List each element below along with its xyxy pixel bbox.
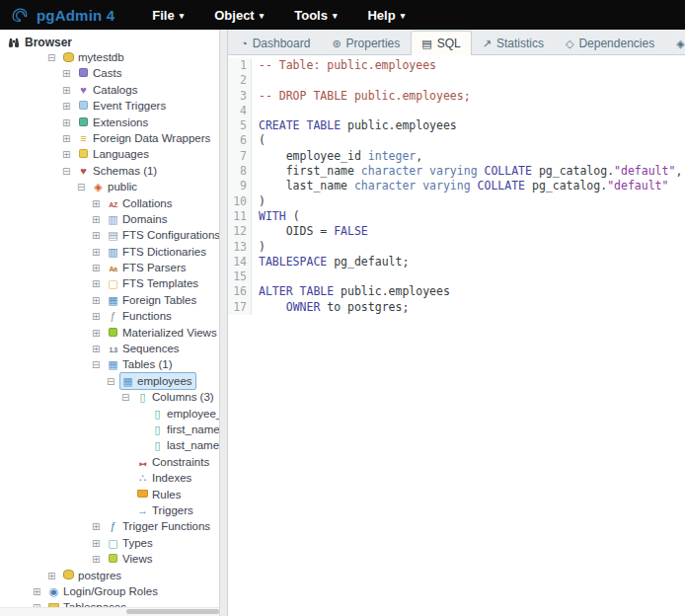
code-line-15: 15 [228, 270, 685, 284]
collapse-icon[interactable]: ⊟ [121, 390, 134, 406]
chart-icon: ↗ [483, 38, 492, 50]
tree-item-label: Tables (1) [120, 358, 173, 370]
collapse-icon[interactable]: ⊟ [77, 180, 90, 195]
tree-item-event-triggers[interactable]: ⊞Event Triggers [0, 97, 219, 113]
tree-item-label: Materialized Views [120, 327, 217, 339]
code-text: WITH ( [252, 209, 300, 224]
tree-item-postgres[interactable]: ⊞postgres [0, 567, 219, 582]
tree-item-columns-3[interactable]: ⊟▯Columns (3) [0, 388, 219, 404]
rules-icon [135, 487, 150, 502]
line-number: 9 [228, 179, 252, 193]
tree-item-label: Indexes [150, 472, 191, 484]
code-text: ( [252, 133, 266, 148]
tab-dashboard[interactable]: ◔Dashboard [230, 31, 321, 55]
tree-item-first-name[interactable]: ▯first_name [0, 421, 219, 436]
collapse-icon[interactable]: ⊟ [62, 164, 75, 180]
menu-tools[interactable]: Tools▾ [294, 8, 337, 23]
tree-item-last-name[interactable]: ▯last_name [0, 436, 219, 452]
tree-item-languages[interactable]: ⊞Languages [0, 145, 219, 161]
line-number: 6 [228, 133, 252, 148]
code-text: ) [252, 240, 266, 255]
binoculars-icon [8, 38, 20, 48]
domains-icon: ▥ [106, 211, 120, 227]
tab-dependencies[interactable]: ◇Dependencies [555, 31, 665, 55]
tree-item-sequences[interactable]: ⊞1.3Sequences [0, 340, 219, 355]
tree-item-fts-templates[interactable]: ⊞▢FTS Templates [0, 274, 219, 290]
tree-item-foreign-tables[interactable]: ⊞▦Foreign Tables [0, 291, 219, 307]
menu-file[interactable]: File▾ [152, 8, 184, 23]
collapse-icon[interactable]: ⊟ [107, 374, 119, 390]
tree-item-label: Views [120, 553, 152, 565]
horizontal-scrollbar[interactable] [0, 607, 219, 616]
collapse-icon[interactable]: ⊟ [92, 357, 105, 373]
tree-item-public[interactable]: ⊟◈public [0, 178, 219, 193]
tree-item-views[interactable]: ⊞Views [0, 550, 219, 566]
tree-item-extensions[interactable]: ⊞Extensions [0, 114, 219, 129]
code-text: first_name character varying COLLATE pg_… [252, 164, 682, 179]
tree-item-fts-parsers[interactable]: ⊞AaFTS Parsers [0, 259, 219, 274]
menu-help[interactable]: Help▾ [367, 8, 405, 23]
sql-editor[interactable]: 1-- Table: public.employees23-- DROP TAB… [228, 55, 685, 616]
tree-item-collations[interactable]: ⊞AZCollations [0, 194, 219, 210]
line-number: 8 [228, 164, 252, 179]
fdw-icon: ≡ [76, 130, 91, 146]
menu-object[interactable]: Object▾ [214, 8, 264, 23]
tree-item-label: Event Triggers [91, 100, 166, 112]
tree-item-employee-id[interactable]: ▯employee_id [0, 405, 219, 421]
menubar: File▾ Object▾ Tools▾ Help▾ [152, 8, 435, 23]
tree-item-functions[interactable]: ⊞ƒFunctions [0, 307, 219, 323]
tree-item-catalogs[interactable]: ⊞♥Catalogs [0, 81, 219, 97]
tree-item-label: Functions [120, 310, 172, 322]
panel-resize-handle[interactable] [219, 30, 228, 616]
tree-item-employees[interactable]: ⊟▦employees [0, 372, 219, 388]
tree-item-label: Catalogs [91, 84, 137, 96]
code-line-5: 5CREATE TABLE public.employees [228, 118, 685, 133]
indexes-icon: ∴ [135, 470, 150, 486]
tab-statistics[interactable]: ↗Statistics [472, 31, 555, 55]
tree-item-label: FTS Dictionaries [120, 246, 206, 258]
code-line-14: 14TABLESPACE pg_default; [228, 255, 685, 270]
tree-item-label: Login/Group Roles [61, 585, 158, 597]
tree-item-indexes[interactable]: ∴Indexes [0, 469, 219, 485]
catalogs-icon: ♥ [76, 82, 91, 98]
line-number: 4 [228, 104, 252, 118]
tree-item-trigger-functions[interactable]: ⊞ƒTrigger Functions [0, 517, 219, 533]
code-text: employee_id integer, [252, 149, 422, 164]
scrollbar-thumb[interactable] [126, 609, 219, 614]
tree-item-domains[interactable]: ⊞▥Domains [0, 210, 219, 226]
tree-item-casts[interactable]: ⊞Casts [0, 64, 219, 80]
tree-item-label: last_name [165, 439, 219, 451]
code-text: -- DROP TABLE public.employees; [252, 89, 471, 104]
tree-item-label: Columns (3) [150, 391, 214, 403]
tree-item-materialized-views[interactable]: ⊞Materialized Views [0, 324, 219, 340]
tree-item-foreign-data-wrappers[interactable]: ⊞≡Foreign Data Wrappers [0, 129, 219, 145]
code-text: -- Table: public.employees [252, 58, 436, 73]
tree-item-label: Schemas (1) [91, 165, 157, 177]
tree-item-triggers[interactable]: →Triggers [0, 501, 219, 517]
tree-item-schemas-1[interactable]: ⊟♥Schemas (1) [0, 162, 219, 178]
tree-item-fts-configurations[interactable]: ⊞▤FTS Configurations [0, 226, 219, 242]
code-line-7: 7 employee_id integer, [228, 149, 685, 164]
code-text: TABLESPACE pg_default; [252, 255, 409, 270]
tree-item-tables-1[interactable]: ⊟▦Tables (1) [0, 355, 219, 371]
tab-properties[interactable]: ⊛Properties [321, 31, 411, 55]
collapse-icon[interactable]: ⊟ [47, 50, 60, 66]
tab-sql[interactable]: ▤SQL [411, 31, 471, 55]
code-line-10: 10) [228, 194, 685, 209]
line-number: 13 [228, 240, 252, 255]
tree-item-login-group-roles[interactable]: ⊞◉Login/Group Roles [0, 582, 219, 598]
tree-item-mytestdb[interactable]: ⊟mytestdb [0, 48, 219, 64]
line-number: 17 [228, 300, 252, 315]
event-triggers-icon [76, 98, 91, 114]
chevron-down-icon: ▾ [333, 11, 338, 21]
tab-dependents[interactable]: ◈Dependents [665, 31, 685, 55]
pgadmin-logo-icon [10, 5, 30, 25]
login-roles-icon: ◉ [46, 583, 61, 599]
fts-dictionaries-icon: ▥ [106, 244, 120, 260]
tree-item-label: first_name [165, 424, 219, 435]
tree-item-rules[interactable]: Rules [0, 486, 219, 501]
tree-item-constraints[interactable]: ▸◂Constraints [0, 453, 219, 469]
tree-item-types[interactable]: ⊞▢Types [0, 534, 219, 550]
tree-item-fts-dictionaries[interactable]: ⊞▥FTS Dictionaries [0, 243, 219, 259]
gears-icon: ⊛ [332, 38, 341, 50]
